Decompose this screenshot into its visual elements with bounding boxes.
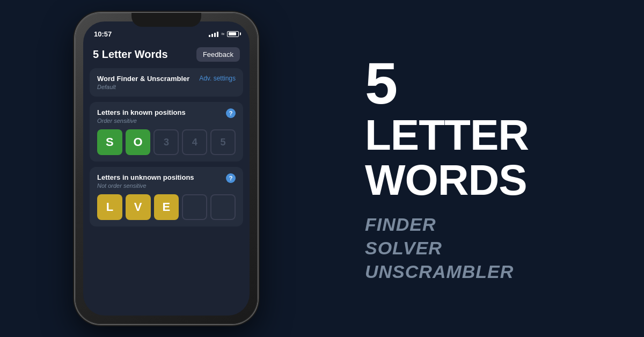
signal-bar-3 bbox=[214, 33, 216, 37]
known-positions-tiles: S O 3 4 5 bbox=[97, 129, 236, 155]
unknown-positions-title: Letters in unknown positions bbox=[97, 173, 194, 181]
phone-screen: 10:57 ≈ 5 Letter Words Fe bbox=[83, 21, 250, 316]
tile-4-unknown-empty[interactable] bbox=[182, 194, 207, 220]
word-finder-info: Word Finder & Unscrambler Default bbox=[97, 75, 189, 90]
unknown-positions-header: Letters in unknown positions Not order s… bbox=[97, 173, 236, 189]
word-finder-subtitle: Default bbox=[97, 84, 189, 90]
known-positions-info: Letters in known positions Order sensiti… bbox=[97, 108, 186, 124]
phone-notch bbox=[131, 13, 201, 27]
headline-number: 5 bbox=[365, 54, 612, 113]
subtitle-unscrambler: UNSCRAMBLER bbox=[365, 260, 612, 283]
tile-3-empty[interactable]: 3 bbox=[153, 129, 179, 155]
unknown-positions-help-icon[interactable]: ? bbox=[226, 173, 236, 183]
phone-shell: 10:57 ≈ 5 Letter Words Fe bbox=[75, 13, 258, 324]
tile-4-empty[interactable]: 4 bbox=[182, 129, 207, 155]
signal-bars-icon bbox=[209, 31, 218, 37]
tile-l-yellow[interactable]: L bbox=[97, 194, 122, 220]
known-positions-header: Letters in known positions Order sensiti… bbox=[97, 108, 236, 124]
phone-mockup-panel: 10:57 ≈ 5 Letter Words Fe bbox=[0, 0, 333, 337]
signal-bar-4 bbox=[217, 32, 218, 37]
word-finder-card-header: Word Finder & Unscrambler Default Adv. s… bbox=[97, 75, 236, 90]
subtitle-finder: FINDER bbox=[365, 213, 612, 236]
tile-v-yellow[interactable]: V bbox=[126, 194, 151, 220]
word-finder-card: Word Finder & Unscrambler Default Adv. s… bbox=[90, 68, 243, 97]
app-content: Word Finder & Unscrambler Default Adv. s… bbox=[83, 68, 250, 232]
battery-fill bbox=[229, 32, 236, 35]
battery-icon bbox=[227, 31, 239, 37]
tile-5-empty[interactable]: 5 bbox=[210, 129, 236, 155]
signal-bar-2 bbox=[211, 34, 213, 37]
status-icons: ≈ bbox=[209, 31, 239, 37]
tile-e-yellow[interactable]: E bbox=[154, 194, 179, 220]
headline-letter-1: LETTER bbox=[365, 113, 612, 158]
unknown-positions-info: Letters in unknown positions Not order s… bbox=[97, 173, 194, 189]
known-positions-title: Letters in known positions bbox=[97, 108, 186, 116]
known-positions-help-icon[interactable]: ? bbox=[226, 108, 236, 118]
unknown-positions-tiles: L V E bbox=[97, 194, 236, 220]
tile-1-green[interactable]: S bbox=[97, 129, 122, 155]
adv-settings-link[interactable]: Adv. settings bbox=[199, 75, 236, 82]
headline-block: 5 LETTER WORDS bbox=[365, 54, 612, 203]
feedback-button[interactable]: Feedback bbox=[196, 47, 240, 62]
app-header: 5 Letter Words Feedback bbox=[83, 43, 250, 68]
signal-bar-1 bbox=[209, 35, 210, 37]
tile-2-green[interactable]: O bbox=[126, 129, 151, 155]
subtitle-block: FINDER SOLVER UNSCRAMBLER bbox=[365, 213, 612, 284]
app-title: 5 Letter Words bbox=[93, 48, 168, 61]
status-time: 10:57 bbox=[94, 30, 112, 38]
unknown-positions-card: Letters in unknown positions Not order s… bbox=[90, 167, 243, 226]
word-finder-title: Word Finder & Unscrambler bbox=[97, 75, 189, 83]
unknown-positions-subtitle: Not order sensitive bbox=[97, 182, 194, 189]
known-positions-subtitle: Order sensitive bbox=[97, 118, 186, 124]
subtitle-solver: SOLVER bbox=[365, 236, 612, 260]
wifi-icon: ≈ bbox=[221, 31, 224, 37]
headline-letter-2: WORDS bbox=[365, 158, 612, 203]
right-panel: 5 LETTER WORDS FINDER SOLVER UNSCRAMBLER bbox=[333, 0, 644, 337]
tile-5-unknown-empty[interactable] bbox=[210, 194, 236, 220]
known-positions-card: Letters in known positions Order sensiti… bbox=[90, 102, 243, 162]
